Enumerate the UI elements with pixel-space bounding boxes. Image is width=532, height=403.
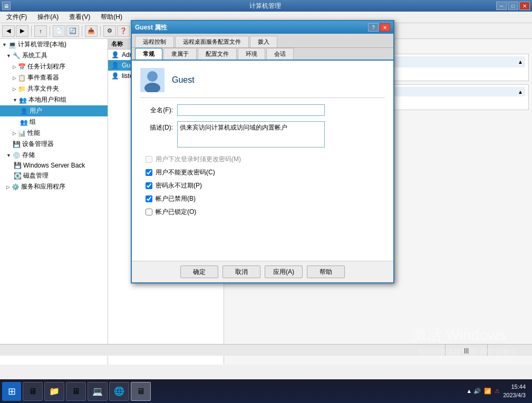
network-icon: 📶 — [484, 388, 491, 395]
description-label: 描述(D): — [140, 121, 177, 132]
system-tray: ▲ 🔊 — [466, 388, 481, 395]
account-disabled-label: 帐户已禁用(B) — [156, 194, 196, 203]
tree-item-event-viewer[interactable]: ▷ 📋 事件查看器 — [0, 72, 108, 83]
menu-help[interactable]: 帮助(H) — [99, 12, 124, 23]
dialog-titlebar: Guest 属性 ? ✕ — [132, 21, 393, 34]
dialog-tabs-row1: 远程控制 远程桌面服务配置文件 拨入 — [132, 34, 393, 48]
cancel-button[interactable]: 取消 — [223, 266, 260, 278]
status-left — [2, 345, 446, 356]
properties-button[interactable]: ⚙ — [103, 25, 116, 37]
notification-area: 📶 ⚠ — [484, 388, 500, 395]
tree-item-root[interactable]: ▼ 💻 计算机管理(本地) — [0, 39, 108, 50]
account-locked-label: 帐户已锁定(O) — [156, 208, 196, 217]
toolbar-sep-1 — [31, 26, 32, 36]
back-button[interactable]: ◀ — [2, 25, 15, 37]
dialog-guest-properties: Guest 属性 ? ✕ 远程控制 远程桌面服务配置文件 拨入 常规 隶属于 配… — [131, 20, 394, 283]
toolbar-sep-3 — [82, 26, 82, 36]
taskbar-btn-5[interactable]: 🌐 — [109, 382, 129, 401]
dialog-help-icon-btn[interactable]: ? — [368, 23, 379, 32]
forward-button[interactable]: ▶ — [16, 25, 28, 37]
cannot-change-password-checkbox[interactable] — [146, 169, 152, 176]
help-button[interactable]: 帮助 — [307, 266, 345, 278]
minimize-button[interactable]: ─ — [496, 2, 507, 10]
taskbar: ⊞ 🖥 📁 🖥 💻 🌐 🖥 ▲ 🔊 📶 ⚠ 15:44 2023/4/3 — [0, 379, 532, 403]
tree-item-shared-folders[interactable]: ▷ 📁 共享文件夹 — [0, 83, 108, 94]
tree-item-windows-backup[interactable]: 💾 Windows Server Back — [0, 161, 108, 170]
menu-action[interactable]: 操作(A) — [35, 12, 61, 23]
user-display-name: Guest — [172, 75, 195, 85]
tree-item-performance[interactable]: ▷ 📊 性能 — [0, 127, 108, 139]
taskbar-right: ▲ 🔊 📶 ⚠ 15:44 2023/4/3 — [466, 383, 530, 399]
account-disabled-checkbox[interactable] — [146, 195, 152, 202]
fullname-row: 全名(F): — [140, 104, 385, 116]
maximize-button[interactable]: □ — [508, 2, 518, 10]
tree-item-task-scheduler[interactable]: ▷ 📅 任务计划程序 — [0, 61, 108, 72]
tab-profile[interactable]: 配置文件 — [198, 48, 237, 60]
account-locked-checkbox[interactable] — [146, 209, 152, 215]
description-input[interactable]: 供来宾访问计算机或访问域的内置帐户 — [177, 121, 325, 148]
tab-sessions[interactable]: 会话 — [266, 48, 294, 60]
menu-view[interactable]: 查看(V) — [67, 12, 92, 23]
tree-item-users[interactable]: 👤 用户 — [0, 105, 108, 116]
collapse-users-btn[interactable]: ▲ — [518, 59, 523, 65]
taskbar-btn-3[interactable]: 🖥 — [66, 382, 86, 401]
user-avatar-icon — [140, 68, 165, 92]
taskbar-btn-1[interactable]: 🖥 — [23, 382, 43, 401]
must-change-password-checkbox[interactable] — [146, 156, 152, 163]
checkbox-cannot-change-password: 用户不能更改密码(C) — [140, 168, 385, 177]
menu-file[interactable]: 文件(F) — [4, 12, 29, 23]
checkbox-must-change-password: 用户下次登录时须更改密码(M) — [140, 155, 385, 164]
tab-remote-desktop[interactable]: 远程桌面服务配置文件 — [175, 36, 249, 47]
password-never-expires-checkbox[interactable] — [146, 182, 152, 189]
taskbar-btn-4[interactable]: 💻 — [88, 382, 108, 401]
help-button[interactable]: ❓ — [117, 25, 130, 37]
tree-item-local-users[interactable]: ▼ 👥 本地用户和组 — [0, 94, 108, 105]
ok-button[interactable]: 确定 — [180, 266, 218, 278]
tab-environment[interactable]: 环境 — [238, 48, 265, 60]
description-row: 描述(D): 供来宾访问计算机或访问域的内置帐户 — [140, 121, 385, 148]
checkbox-account-disabled: 帐户已禁用(B) — [140, 194, 385, 203]
start-button[interactable]: ⊞ — [2, 382, 21, 401]
tab-dialin[interactable]: 拨入 — [250, 36, 277, 47]
show-hide-button[interactable]: 📄 — [53, 25, 65, 37]
fullname-input[interactable] — [177, 104, 325, 116]
tree-item-system-tools[interactable]: ▼ 🔧 系统工具 — [0, 50, 108, 61]
close-button[interactable]: ✕ — [519, 2, 530, 10]
tab-member-of[interactable]: 隶属于 — [163, 48, 197, 60]
main-window-controls: ─ □ ✕ — [496, 2, 530, 10]
tree-item-groups[interactable]: 👥 组 — [0, 116, 108, 127]
svg-point-1 — [147, 71, 158, 82]
tree-item-device-manager[interactable]: 💾 设备管理器 — [0, 139, 108, 150]
watermark-title: 激活 Windows — [412, 325, 506, 345]
checkboxes-section: 用户下次登录时须更改密码(M) 用户不能更改密码(C) 密码永不过期(P) 帐户… — [140, 155, 385, 217]
taskbar-clock[interactable]: 15:44 2023/4/3 — [503, 383, 526, 399]
tree-item-disk-management[interactable]: 💽 磁盘管理 — [0, 170, 108, 181]
taskbar-btn-computer-management[interactable]: 🖥 — [131, 382, 151, 401]
dialog-close-button[interactable]: ✕ — [380, 23, 390, 32]
dialog-content: Guest 全名(F): 描述(D): 供来宾访问计算机或访问域的内置帐户 用户… — [132, 61, 393, 261]
toolbar-sep-4 — [100, 26, 101, 36]
refresh-button[interactable]: 🔄 — [66, 25, 79, 37]
dialog-title: Guest 属性 — [135, 23, 167, 32]
must-change-password-label: 用户下次登录时须更改密码(M) — [156, 155, 241, 164]
main-titlebar: 🖥 计算机管理 ─ □ ✕ — [0, 0, 532, 12]
app-icon: 🖥 — [2, 2, 11, 10]
tree-item-services[interactable]: ▷ ⚙️ 服务和应用程序 — [0, 181, 108, 192]
checkbox-password-never-expires: 密码永不过期(P) — [140, 181, 385, 190]
collapse-guest-btn[interactable]: ▲ — [518, 89, 523, 95]
taskbar-btn-2[interactable]: 📁 — [44, 382, 64, 401]
dialog-tabs-row2: 常规 隶属于 配置文件 环境 会话 — [132, 48, 393, 61]
cannot-change-password-label: 用户不能更改密码(C) — [156, 168, 215, 177]
export-button[interactable]: 📤 — [85, 25, 98, 37]
watermark-sub: 转到"控制面板"中的"系统"以激活 Windows。 — [418, 347, 516, 366]
tab-general[interactable]: 常规 — [135, 48, 162, 60]
up-button[interactable]: ↑ — [34, 25, 47, 37]
checkbox-account-locked: 帐户已锁定(O) — [140, 208, 385, 217]
toolbar-sep-2 — [50, 26, 50, 36]
warning-icon: ⚠ — [495, 388, 500, 395]
tab-remote-control[interactable]: 远程控制 — [135, 36, 174, 47]
apply-button[interactable]: 应用(A) — [265, 266, 303, 278]
tree-item-storage[interactable]: ▼ 💿 存储 — [0, 150, 108, 161]
fullname-label: 全名(F): — [140, 106, 177, 115]
password-never-expires-label: 密码永不过期(P) — [156, 181, 202, 190]
